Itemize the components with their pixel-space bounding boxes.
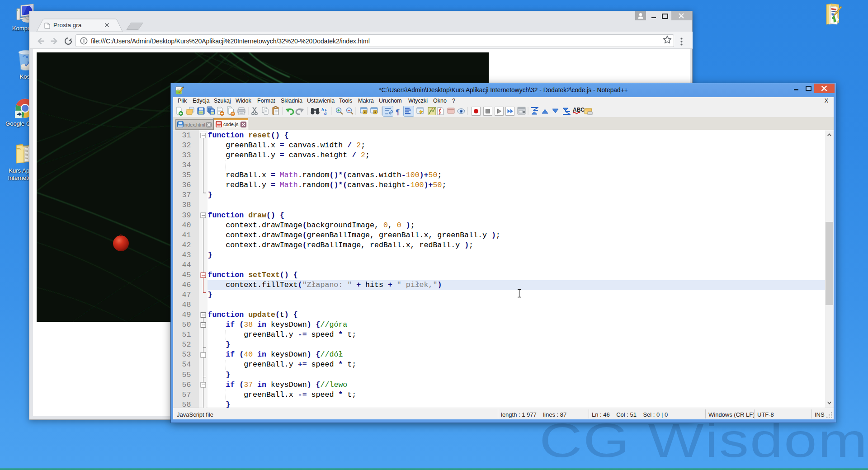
svg-text:¶: ¶ — [396, 108, 400, 116]
